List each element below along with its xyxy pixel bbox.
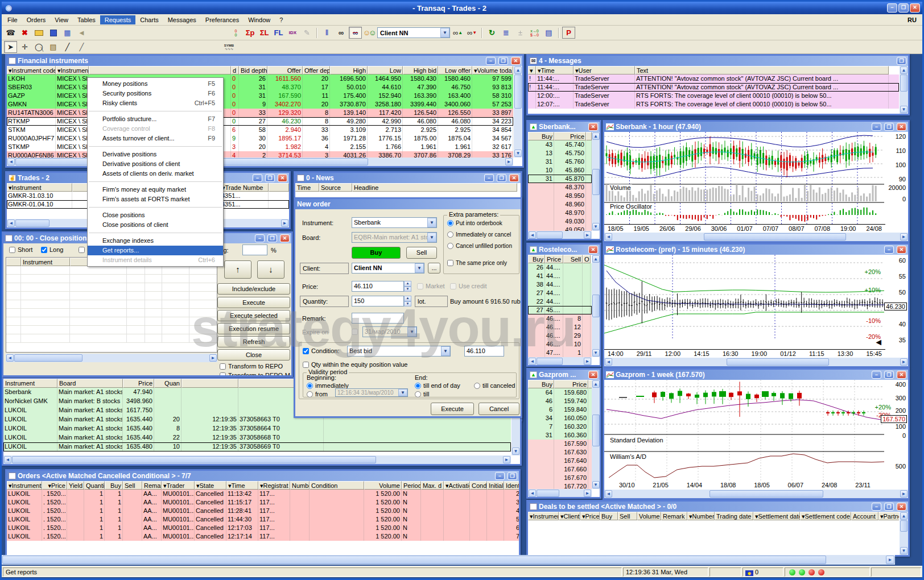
column-header[interactable]: Offer dep <box>303 66 330 74</box>
cancel-button[interactable]: Cancel <box>478 403 519 415</box>
menu-item-get-reports[interactable]: Get reports... <box>88 246 223 255</box>
execution-resume-button[interactable]: Execution resume <box>217 323 290 334</box>
column-header[interactable] <box>6 258 21 266</box>
column-header[interactable]: Period <box>402 481 421 490</box>
table-row[interactable]: 49.050 <box>528 226 592 231</box>
column-header[interactable]: Yield <box>67 481 84 490</box>
menu-item-derivative-positions-of-client[interactable]: Derivative positions of client <box>88 159 223 169</box>
price-input[interactable]: 46.110 <box>352 281 404 292</box>
column-header[interactable]: Buy <box>600 512 618 520</box>
column-header[interactable]: ▾Instrument <box>56 66 89 74</box>
ruler-icon[interactable]: ▤ <box>47 41 60 53</box>
print-icon[interactable]: P <box>562 27 575 39</box>
column-header[interactable]: ▾Client <box>559 512 580 520</box>
table-row[interactable]: 2744.... <box>528 289 592 297</box>
language-indicator[interactable]: RU <box>903 16 921 23</box>
table-row[interactable]: 46....10 <box>528 340 592 349</box>
clients-icon[interactable]: ☺☺ <box>363 27 376 39</box>
column-header[interactable]: Buy <box>528 380 554 388</box>
table-row[interactable]: SBER03MICEX \ Sh03148.3701750.01044.6104… <box>7 83 513 92</box>
sberbank-chart-svg[interactable] <box>604 132 884 225</box>
maximize-button[interactable]: ❐ <box>884 371 894 379</box>
table-row[interactable]: STKMMICEX \ Sh6582.940333.1092.7132.9252… <box>7 126 513 134</box>
column-header[interactable]: Sell <box>563 255 583 263</box>
menu-tables[interactable]: Tables <box>73 15 100 24</box>
cancel-orders-icon[interactable]: ✖ <box>18 27 31 39</box>
sum-positions-icon[interactable]: Σp <box>244 27 257 39</box>
sberbank-chart-canvas[interactable]: 12011010090200000VolumePrice Oscillator1… <box>604 132 908 233</box>
horizontal-scrollbar[interactable]: ◄► <box>604 358 908 366</box>
column-header[interactable]: Source <box>319 183 352 192</box>
column-header[interactable]: ▾Instrument code <box>7 66 56 74</box>
table-row[interactable]: 2644.... <box>528 263 592 272</box>
horizontal-scrollbar[interactable]: ◄► <box>528 231 592 239</box>
menu-item-close-positions[interactable]: Close positions <box>88 210 223 220</box>
client-select[interactable]: Client NN▼ <box>352 263 424 274</box>
vertical-scrollbar[interactable]: ▲▼ <box>592 380 600 489</box>
remark-input[interactable] <box>352 313 404 324</box>
maximize-button[interactable]: ❐ <box>498 57 508 65</box>
column-header[interactable]: ▾Instrument <box>7 183 72 192</box>
idx-icon[interactable]: IDX <box>286 27 299 39</box>
column-header[interactable]: Buy <box>528 255 545 263</box>
chevron-down-icon[interactable]: ▼ <box>440 28 449 38</box>
column-header[interactable]: Condit <box>470 481 487 490</box>
menu-charts[interactable]: Charts <box>135 15 163 24</box>
connect-icon[interactable]: ☎ <box>4 27 17 39</box>
condition-select[interactable]: Best bid▼ <box>347 346 451 357</box>
restore-button[interactable]: ❐ <box>897 57 906 65</box>
column-header[interactable]: Condition <box>310 481 364 490</box>
find-icon[interactable]: ∞ <box>335 27 348 39</box>
maximize-button[interactable]: ❐ <box>267 234 277 242</box>
dialog-titlebar[interactable]: New order <box>295 199 521 209</box>
table-row[interactable]: 167.670 <box>528 474 592 482</box>
table-row[interactable]: RU000A0JPHF7MICEX \ Sh9301895.17361971.2… <box>7 134 513 143</box>
minimize-button[interactable]: − <box>872 371 881 379</box>
execute-button[interactable]: Execute <box>431 403 474 415</box>
column-header[interactable]: High <box>330 66 368 74</box>
column-header[interactable] <box>586 132 592 140</box>
menu-messages[interactable]: Messages <box>163 15 201 24</box>
table-row[interactable]: 31160.360 <box>528 431 592 440</box>
close-button[interactable]: ✕ <box>588 246 598 254</box>
qty-within-checkbox[interactable]: Qty within the equity position value <box>303 361 407 368</box>
table-row[interactable]: LUKOILMain market: A1 stocks1635.4402212… <box>3 433 511 442</box>
column-header[interactable] <box>89 66 231 74</box>
sell-button[interactable]: Sell <box>406 247 437 259</box>
table-row[interactable]: LUKOIL. 1520...11AA...MU00101...Cancelle… <box>7 515 519 524</box>
table-row[interactable]: LUKOIL. 1520...11AA...MU00101...Cancelle… <box>7 498 519 507</box>
report-icon[interactable]: ▤ <box>542 27 555 39</box>
window-titlebar[interactable]: Sberbank - 1 hour (47.940) − ❐ ✕ <box>604 122 908 132</box>
close-button[interactable]: ✕ <box>511 57 521 65</box>
table-row[interactable]: 167.720 <box>528 482 592 489</box>
close-button[interactable]: ✕ <box>278 174 287 182</box>
menu-item-derivative-positions[interactable]: Derivative positions <box>88 150 223 159</box>
horizontal-scrollbar[interactable]: ◄► <box>604 490 908 498</box>
column-header[interactable]: Offer <box>267 66 303 74</box>
window-titlebar[interactable]: ▲ Rosteleco... ✕ <box>528 245 600 255</box>
column-header[interactable]: Buy <box>105 481 123 490</box>
column-header[interactable]: ▾Instrument <box>7 481 42 490</box>
column-header[interactable]: ▾Price <box>580 512 600 520</box>
table-row[interactable]: 48.960 <box>528 200 592 209</box>
column-header[interactable]: ▾Number <box>687 512 715 520</box>
buy-button[interactable]: Buy <box>352 247 401 259</box>
menu-window[interactable]: Window <box>244 15 275 24</box>
execute-button[interactable]: Execute <box>217 297 290 308</box>
table-row[interactable]: 2745.... <box>528 306 592 314</box>
minimize-button[interactable]: − <box>484 174 494 182</box>
column-header[interactable]: ▾Time <box>226 481 258 490</box>
table-row[interactable]: RTKMPMICEX \ Sh02746.230849.28042.99046.… <box>7 117 513 126</box>
column-header[interactable]: ▾Time <box>536 66 574 74</box>
table-row[interactable]: RU000A0F6N86MICEX \ Sh423714.5334031.263… <box>7 151 513 158</box>
column-header[interactable] <box>182 379 238 388</box>
table-row[interactable]: 12:00:...TradeServerRTS FORTS: The cover… <box>528 92 899 100</box>
short-checkbox[interactable]: Short <box>9 246 32 253</box>
minimize-button[interactable]: − <box>495 472 505 480</box>
till-end-of-day-radio[interactable]: till end of day <box>415 382 460 389</box>
minimize-button[interactable]: − <box>872 503 881 511</box>
close-button[interactable]: ✕ <box>897 246 906 254</box>
table-row[interactable]: 34160.050 <box>528 414 592 422</box>
menu-item-firm-s-assets-at-forts-market[interactable]: Firm's assets at FORTS market <box>88 194 223 204</box>
vertical-scrollbar[interactable]: ▲▼ <box>900 512 908 555</box>
